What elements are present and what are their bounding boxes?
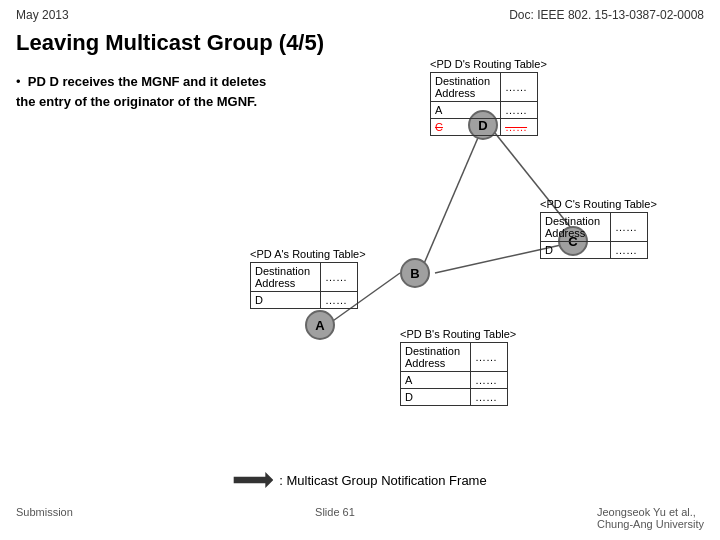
table-b-col1: DestinationAddress	[401, 343, 471, 372]
table-a-row1-dest: D	[251, 292, 321, 309]
table-c-label: <PD C's Routing Table>	[540, 198, 657, 210]
table-d-row1-val: ……	[501, 102, 538, 119]
table-c-row1-dest: D	[541, 242, 611, 259]
table-d: DestinationAddress …… A …… C ……	[430, 72, 538, 136]
mgnf-legend: : Multicast Group Notification Frame	[233, 472, 486, 488]
footer-left: Submission	[16, 506, 73, 530]
svg-line-0	[420, 133, 480, 273]
table-c: DestinationAddress …… D ……	[540, 212, 648, 259]
mgnf-arrow-icon	[233, 472, 273, 488]
table-b-col2: ……	[471, 343, 508, 372]
table-a: DestinationAddress …… D ……	[250, 262, 358, 309]
footer-center: Slide 61	[315, 506, 355, 530]
doc-date: May 2013	[16, 8, 69, 22]
table-a-wrapper: <PD A's Routing Table> DestinationAddres…	[250, 248, 366, 309]
footer-right: Jeongseok Yu et al., Chung-Ang Universit…	[597, 506, 704, 530]
table-b-row1-dest: A	[401, 372, 471, 389]
table-c-col1: DestinationAddress	[541, 213, 611, 242]
table-d-row2-val: ……	[501, 119, 538, 136]
table-b-row2-dest: D	[401, 389, 471, 406]
table-b-wrapper: <PD B's Routing Table> DestinationAddres…	[400, 328, 516, 406]
mgnf-legend-text: : Multicast Group Notification Frame	[279, 473, 486, 488]
table-a-row1-val: ……	[321, 292, 358, 309]
diagram: D B C A <PD D's Routing Table> Destinati…	[200, 58, 720, 458]
table-c-wrapper: <PD C's Routing Table> DestinationAddres…	[540, 198, 657, 259]
footer: Submission Slide 61 Jeongseok Yu et al.,…	[0, 506, 720, 530]
node-a: A	[305, 310, 335, 340]
table-c-col2: ……	[611, 213, 648, 242]
table-b-row2-val: ……	[471, 389, 508, 406]
table-b-label: <PD B's Routing Table>	[400, 328, 516, 340]
doc-id: Doc: IEEE 802. 15-13-0387-02-0008	[509, 8, 704, 22]
table-b: DestinationAddress …… A …… D ……	[400, 342, 508, 406]
table-c-row1-val: ……	[611, 242, 648, 259]
table-d-col2: ……	[501, 73, 538, 102]
table-a-col2: ……	[321, 263, 358, 292]
table-d-wrapper: <PD D's Routing Table> DestinationAddres…	[430, 58, 547, 136]
bullet-icon: •	[16, 74, 21, 89]
node-b: B	[400, 258, 430, 288]
table-d-label: <PD D's Routing Table>	[430, 58, 547, 70]
table-a-label: <PD A's Routing Table>	[250, 248, 366, 260]
table-d-col1: DestinationAddress	[431, 73, 501, 102]
table-d-row2-dest: C	[431, 119, 501, 136]
table-b-row1-val: ……	[471, 372, 508, 389]
table-a-col1: DestinationAddress	[251, 263, 321, 292]
table-d-row1-dest: A	[431, 102, 501, 119]
